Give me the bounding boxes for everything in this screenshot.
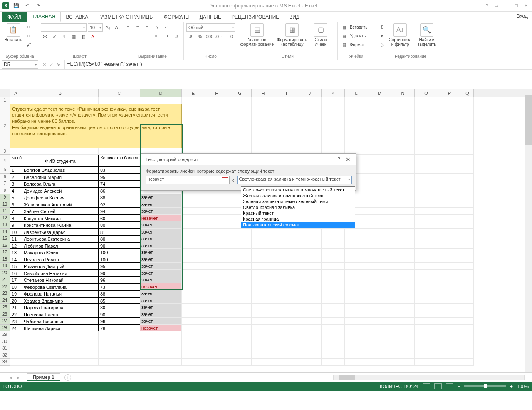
cell[interactable] — [391, 180, 415, 187]
cell[interactable] — [182, 311, 205, 318]
cell[interactable] — [391, 249, 415, 256]
cell[interactable] — [391, 345, 415, 352]
dialog-close-icon[interactable]: ✕ — [343, 156, 354, 163]
cell[interactable] — [368, 318, 391, 325]
zoom-level[interactable]: 100% — [517, 384, 529, 389]
cell[interactable] — [252, 318, 275, 325]
cell[interactable] — [345, 97, 368, 104]
column-header-P[interactable]: P — [438, 89, 461, 97]
sheet-nav-next-icon[interactable]: ► — [16, 375, 21, 380]
cell[interactable] — [461, 311, 474, 318]
row-header[interactable]: 9 — [0, 194, 10, 201]
cancel-formula-icon[interactable]: ✕ — [42, 62, 46, 67]
cell-score[interactable]: 78 — [99, 325, 140, 332]
cell[interactable] — [415, 166, 438, 174]
cell[interactable] — [391, 242, 415, 249]
cell[interactable] — [322, 235, 345, 242]
cell[interactable] — [275, 325, 298, 332]
cell[interactable] — [182, 352, 205, 359]
cell-score[interactable]: 85 — [99, 297, 140, 304]
cell[interactable] — [182, 283, 205, 291]
paste-button[interactable]: 📋 Вставить — [4, 23, 22, 42]
cell[interactable] — [298, 311, 322, 318]
cell-result[interactable]: зачет — [140, 229, 182, 236]
cell[interactable] — [461, 283, 474, 291]
cell[interactable] — [438, 270, 461, 277]
tab-home[interactable]: ГЛАВНАЯ — [27, 12, 61, 22]
cell[interactable] — [205, 276, 228, 283]
cell[interactable] — [368, 194, 391, 201]
cell[interactable] — [182, 249, 205, 256]
cell[interactable] — [461, 325, 474, 332]
cell[interactable] — [438, 242, 461, 249]
cell[interactable] — [438, 338, 461, 345]
cell[interactable] — [461, 174, 474, 181]
cell-score[interactable]: 80 — [99, 304, 140, 311]
cell[interactable] — [275, 249, 298, 256]
cell[interactable] — [322, 229, 345, 236]
cell[interactable] — [368, 235, 391, 242]
cell[interactable] — [182, 345, 205, 352]
cell[interactable] — [298, 359, 322, 366]
bold-button[interactable]: Ж — [41, 33, 49, 40]
column-header-M[interactable]: M — [368, 89, 391, 97]
cell[interactable] — [391, 311, 415, 318]
cell[interactable] — [438, 276, 461, 283]
cell-num[interactable]: 22 — [10, 311, 22, 318]
undo-icon[interactable]: ↶ — [23, 2, 31, 10]
cell[interactable] — [252, 276, 275, 283]
cell[interactable] — [252, 229, 275, 236]
cell[interactable] — [438, 155, 461, 166]
minimize-icon[interactable]: — — [504, 3, 509, 8]
ribbon-options-icon[interactable]: ▭ — [494, 3, 498, 8]
row-header[interactable]: 6 — [0, 174, 10, 181]
row-header[interactable]: 33 — [0, 359, 10, 366]
cell[interactable] — [415, 194, 438, 201]
column-header-O[interactable]: O — [415, 89, 438, 97]
cell[interactable] — [182, 270, 205, 277]
cell[interactable] — [438, 148, 461, 155]
note-cell[interactable]: Студенты сдают тест по теме «Рыночная эк… — [10, 104, 182, 148]
dropdown-option[interactable]: Светло-красная заливка — [241, 204, 355, 210]
cell[interactable] — [438, 201, 461, 208]
cell-score[interactable]: 94 — [99, 208, 140, 215]
cell[interactable] — [228, 229, 252, 236]
cell-score[interactable]: 80 — [99, 235, 140, 242]
cell[interactable] — [275, 311, 298, 318]
cell[interactable] — [415, 290, 438, 297]
cell-result[interactable]: зачет — [140, 270, 182, 277]
cell[interactable] — [438, 359, 461, 366]
cell[interactable] — [228, 235, 252, 242]
cell[interactable] — [322, 304, 345, 311]
row-header[interactable]: 28 — [0, 325, 10, 332]
cell[interactable] — [252, 304, 275, 311]
cell[interactable] — [368, 97, 391, 104]
cell[interactable] — [345, 256, 368, 263]
cell[interactable] — [461, 180, 474, 187]
cell-result[interactable]: зачет — [140, 263, 182, 270]
cell[interactable] — [298, 352, 322, 359]
cell-result[interactable]: зачет — [140, 290, 182, 297]
cell-num[interactable]: 2 — [10, 174, 22, 181]
cell-score[interactable]: 100 — [99, 256, 140, 263]
cell-result[interactable]: зачет — [140, 304, 182, 311]
row-header[interactable]: 31 — [0, 345, 10, 352]
cell[interactable] — [322, 359, 345, 366]
cell[interactable] — [298, 318, 322, 325]
tab-insert[interactable]: ВСТАВКА — [61, 12, 93, 22]
cell[interactable] — [182, 290, 205, 297]
cell[interactable] — [275, 283, 298, 291]
cell[interactable] — [415, 304, 438, 311]
cell[interactable] — [275, 290, 298, 297]
cell[interactable] — [205, 297, 228, 304]
cell-result[interactable]: зачет — [140, 276, 182, 283]
cell-name[interactable]: Демидов Алексей — [22, 187, 99, 194]
page-break-view-icon[interactable] — [446, 383, 453, 389]
row-header[interactable]: 1 — [0, 97, 10, 104]
cell[interactable] — [345, 325, 368, 332]
cell-name[interactable]: Степанов Николай — [22, 276, 99, 283]
cell-result[interactable]: зачет — [140, 235, 182, 242]
cell[interactable] — [275, 242, 298, 249]
row-header[interactable]: 26 — [0, 311, 10, 318]
column-header-G[interactable]: G — [228, 89, 252, 97]
